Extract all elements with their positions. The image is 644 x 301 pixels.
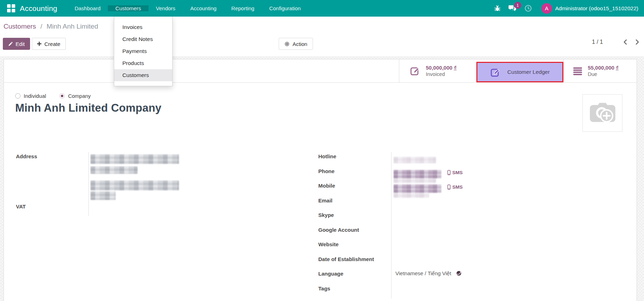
email-value[interactable] — [391, 196, 570, 211]
dropdown-item-invoices[interactable]: Invoices — [114, 21, 172, 33]
debug-bug-icon[interactable] — [494, 5, 501, 12]
customers-dropdown-menu: Invoices Credit Notes Payments Products … — [114, 17, 173, 86]
user-avatar[interactable]: A — [541, 3, 552, 14]
app-brand[interactable]: Accounting — [20, 4, 57, 13]
nav-item-reporting[interactable]: Reporting — [224, 5, 262, 11]
redacted-address-line-4 — [91, 191, 116, 200]
google-account-value[interactable] — [391, 225, 570, 240]
nav-item-vendors[interactable]: Vendors — [149, 5, 183, 11]
field-row-google-account: Google Account — [318, 225, 570, 240]
customer-photo-placeholder[interactable] — [582, 94, 622, 132]
breadcrumb-current-record: Minh Anh Limited — [47, 23, 98, 30]
sms-label: SMS — [452, 170, 463, 175]
pager-next-icon[interactable] — [636, 39, 639, 45]
date-of-establishment-value[interactable] — [391, 255, 570, 270]
user-name[interactable]: Administrator (odoo15_15102022) — [555, 5, 640, 12]
edit-button-label: Edit — [16, 41, 25, 47]
field-row-website: Website — [318, 240, 570, 255]
apps-menu-icon[interactable] — [7, 4, 15, 12]
pencil-square-icon — [410, 66, 420, 76]
action-button-label: Action — [292, 41, 307, 47]
edit-button[interactable]: Edit — [3, 38, 30, 50]
create-button-label: Create — [44, 41, 60, 47]
individual-radio-label[interactable]: Individual — [24, 93, 46, 99]
hotline-label: Hotline — [318, 152, 391, 167]
field-row-hotline: Hotline — [318, 152, 570, 167]
mobile-phone-icon — [447, 184, 451, 190]
company-radio-label[interactable]: Company — [68, 93, 91, 99]
field-row-vat: VAT — [16, 202, 183, 216]
field-row-email: Email — [318, 196, 570, 211]
due-stat-button[interactable]: 55,000,000 ₫ Due — [563, 59, 637, 82]
customer-form-sheet: 50,000,000 ₫ Invoiced Customer Ledger — [4, 59, 637, 301]
individual-radio[interactable] — [15, 93, 21, 99]
currency-dong: ₫ — [616, 65, 619, 71]
navbar-right: 1 A Administrator (odoo15_15102022) — [490, 0, 644, 17]
redacted-mobile-shadow — [394, 178, 436, 183]
address-label: Address — [16, 152, 88, 202]
create-button[interactable]: Create — [32, 38, 66, 50]
vat-value[interactable] — [88, 202, 183, 216]
messages-icon[interactable]: 1 — [509, 5, 517, 12]
field-row-phone: Phone SMS — [318, 167, 570, 182]
vat-label: VAT — [16, 202, 88, 216]
customer-ledger-button[interactable]: Customer Ledger — [476, 62, 563, 82]
website-label: Website — [318, 240, 391, 255]
redacted-address-line-3 — [91, 181, 179, 190]
hotline-value[interactable] — [391, 152, 570, 167]
activities-clock-icon[interactable] — [524, 5, 532, 12]
google-account-label: Google Account — [318, 225, 391, 240]
invoiced-amount: 50,000,000 — [426, 65, 452, 71]
dropdown-item-credit-notes[interactable]: Credit Notes — [114, 33, 172, 45]
navbar-menu: Dashboard Customers Vendors Accounting R… — [67, 5, 308, 11]
language-selected-value[interactable]: Vietnamese / Tiếng Việt — [395, 270, 451, 276]
phone-sms-link[interactable]: SMS — [447, 170, 463, 175]
dropdown-item-payments[interactable]: Payments — [114, 45, 172, 57]
due-stat-text: 55,000,000 ₫ Due — [588, 65, 619, 77]
dropdown-item-products[interactable]: Products — [114, 57, 172, 69]
field-row-date-of-establishment: Date of Establishment — [318, 255, 570, 270]
dropdown-item-customers[interactable]: Customers — [114, 69, 172, 81]
contact-field-group: Hotline Phone SMS Mobile — [318, 152, 570, 299]
field-row-mobile: Mobile SMS — [318, 181, 570, 196]
top-navbar: Accounting Dashboard Customers Vendors A… — [0, 0, 644, 17]
pencil-icon — [8, 42, 13, 46]
pager-previous-icon[interactable] — [623, 39, 627, 45]
mobile-sms-link[interactable]: SMS — [447, 184, 463, 190]
control-panel: Customers / Minh Anh Limited Edit Create… — [0, 17, 644, 57]
redacted-address-line-2 — [91, 166, 138, 174]
tags-value[interactable] — [391, 284, 570, 299]
redacted-mobile-number — [394, 184, 441, 193]
skype-label: Skype — [318, 211, 391, 225]
stat-button-row: 50,000,000 ₫ Invoiced Customer Ledger — [4, 59, 637, 83]
field-row-skype: Skype — [318, 211, 570, 225]
language-value[interactable]: Vietnamese / Tiếng Việt — [391, 269, 570, 284]
breadcrumb-customers-link[interactable]: Customers — [4, 23, 36, 30]
nav-item-configuration[interactable]: Configuration — [262, 5, 308, 11]
nav-item-accounting[interactable]: Accounting — [183, 5, 224, 11]
address-value[interactable] — [88, 152, 183, 202]
action-button[interactable]: Action — [279, 38, 313, 50]
email-label: Email — [318, 196, 391, 211]
skype-value[interactable] — [391, 211, 570, 225]
list-icon — [573, 66, 583, 76]
globe-icon[interactable] — [456, 271, 462, 276]
invoiced-stat-button[interactable]: 50,000,000 ₫ Invoiced — [399, 59, 476, 82]
sms-label: SMS — [452, 184, 463, 190]
nav-item-dashboard[interactable]: Dashboard — [67, 5, 108, 11]
tags-label: Tags — [318, 284, 391, 299]
nav-item-customers[interactable]: Customers — [108, 5, 149, 11]
camera-plus-icon — [588, 101, 617, 125]
message-count-badge: 1 — [514, 2, 521, 9]
plus-icon — [37, 42, 41, 46]
record-pager: 1 / 1 — [592, 39, 639, 45]
customer-name-title: Minh Anh Limited Company — [15, 102, 162, 114]
invoiced-label: Invoiced — [426, 71, 457, 77]
field-row-language: Language Vietnamese / Tiếng Việt — [318, 269, 570, 284]
date-of-establishment-label: Date of Establishment — [318, 255, 391, 270]
invoiced-stat-text: 50,000,000 ₫ Invoiced — [426, 65, 457, 77]
website-value[interactable] — [391, 240, 570, 255]
company-radio[interactable] — [59, 93, 65, 99]
pager-count: 1 / 1 — [592, 39, 603, 45]
redacted-address-line-1 — [91, 154, 179, 164]
